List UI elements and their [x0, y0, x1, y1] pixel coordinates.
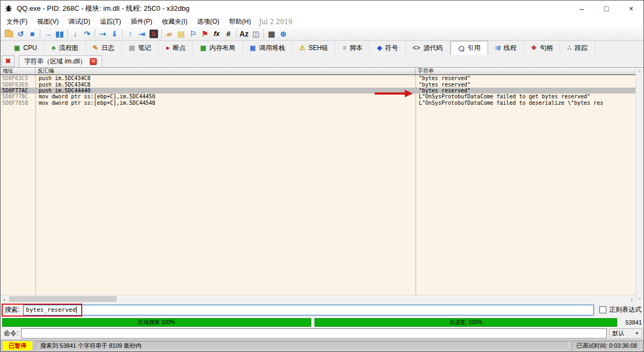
- column-header-disassembly[interactable]: 反汇编: [35, 68, 416, 74]
- step-out-icon[interactable]: ⇓: [109, 28, 120, 39]
- horizontal-scrollbar[interactable]: ‹ ›: [1, 295, 635, 303]
- total-progressbar: 总进度: 100%: [314, 318, 617, 327]
- comment-icon[interactable]: ▤: [175, 28, 187, 39]
- menu-item[interactable]: 插件(P): [126, 17, 157, 27]
- strings-subtab[interactable]: 字符串（区域 im.dll） ×: [19, 55, 102, 67]
- status-bar: 已暂停 搜索到 53841 个字符串于 8109 毫秒内 已调试时间: 0:03…: [1, 340, 643, 351]
- tab-call-stack[interactable]: ▣调用堆栈: [243, 41, 292, 55]
- column-header-address[interactable]: 地址: [1, 68, 35, 74]
- search-input[interactable]: bytes_reserved: [23, 305, 594, 315]
- menu-item[interactable]: 收藏夹(I): [157, 17, 192, 27]
- toolbar-separator: [67, 29, 68, 38]
- stop-icon[interactable]: ■: [26, 28, 38, 39]
- scroll-right-icon[interactable]: ›: [628, 296, 635, 303]
- globe-icon[interactable]: ⊕: [277, 28, 289, 39]
- cell-disassembly: mov dword ptr ss:[ebp+C],im.5DC44548: [35, 100, 416, 106]
- cell-address: 5D8F785B: [1, 100, 35, 106]
- table-row[interactable]: 5D8F63C5push im.5DC434C8"bytes_reserved": [1, 75, 635, 81]
- cell-string: "bytes_reserved": [416, 82, 635, 88]
- script-icon: ≡: [342, 45, 346, 51]
- calculator-icon[interactable]: ▦: [266, 28, 277, 39]
- tab-label: 内存布局: [210, 44, 235, 53]
- tab-label: 跟踪: [575, 44, 588, 53]
- column-header-string[interactable]: 字符串: [416, 68, 635, 74]
- cell-disassembly: push im.5DC434C8: [35, 82, 416, 88]
- scroll-left-icon[interactable]: ‹: [1, 296, 8, 303]
- run-icon[interactable]: →: [42, 28, 54, 39]
- menu-item[interactable]: 调试(D): [63, 17, 95, 27]
- tab-label: 调用堆栈: [259, 44, 285, 53]
- vertical-scrollbar[interactable]: ˄ ˅: [635, 68, 643, 303]
- pause-icon[interactable]: ▮▮: [54, 28, 66, 39]
- strings-subtab-label: 字符串（区域 im.dll）: [24, 57, 86, 66]
- menu-item[interactable]: 追踪(T): [95, 17, 126, 27]
- hash-icon[interactable]: #: [223, 28, 234, 39]
- tab-cpu[interactable]: ▣CPU: [7, 41, 45, 55]
- run-to-user-code-icon[interactable]: ⇥: [136, 28, 148, 39]
- tab-label: 流程图: [59, 44, 78, 53]
- tab-trace[interactable]: ∴跟踪: [560, 41, 595, 55]
- tab-threads[interactable]: ⇉线程: [488, 41, 524, 55]
- tab-memory-map[interactable]: ▦内存布局: [193, 41, 242, 55]
- tab-seh[interactable]: ⚠SEH链: [292, 41, 335, 55]
- tab-bar: ▣CPU♣流程图✎日志▤笔记●断点▦内存布局▣调用堆栈⚠SEH链≡脚本◆符号<>…: [1, 41, 643, 55]
- scroll-down-icon[interactable]: ˅: [638, 296, 641, 301]
- close-all-tabs-button[interactable]: ✖: [2, 55, 15, 67]
- menu-bar: 文件(F)视图(V)调试(D)追踪(T)插件(P)收藏夹(I)选项(O)帮助(H…: [1, 17, 643, 27]
- handles-icon: ❖: [531, 45, 537, 51]
- search-row: 搜索: bytes_reserved 正则表达式: [1, 303, 643, 317]
- tab-label: 句柄: [540, 44, 553, 53]
- chevron-down-icon: ▼: [635, 331, 639, 336]
- command-input[interactable]: [21, 328, 607, 339]
- open-folder-icon[interactable]: [3, 28, 15, 39]
- cell-address: 5D8F63E8: [1, 82, 35, 88]
- menu-item[interactable]: 视图(V): [32, 17, 63, 27]
- column-divider: [416, 75, 416, 295]
- regex-label: 正则表达式: [609, 305, 641, 314]
- tab-graph[interactable]: ♣流程图: [45, 41, 86, 55]
- close-button[interactable]: ×: [619, 1, 643, 17]
- tab-breakpoints[interactable]: ●断点: [159, 41, 193, 55]
- detach-icon[interactable]: ◫: [250, 28, 262, 39]
- source-code-icon: <>: [413, 45, 420, 51]
- menu-item[interactable]: 文件(F): [2, 17, 32, 27]
- menu-item[interactable]: 帮助(H): [224, 17, 256, 27]
- ascii-table-icon[interactable]: Az: [238, 28, 250, 39]
- execute-till-return-icon[interactable]: ↑: [124, 28, 136, 39]
- trace-into-icon[interactable]: ⇢: [97, 28, 109, 39]
- patch-icon[interactable]: ▰: [163, 28, 175, 39]
- step-into-icon[interactable]: ↓: [69, 28, 81, 39]
- scylla-icon[interactable]: S: [148, 28, 160, 39]
- subtab-close-icon[interactable]: ×: [90, 58, 97, 65]
- memory-ram-icon: ▦: [200, 45, 206, 51]
- bookmark-icon[interactable]: ⚑: [199, 28, 211, 39]
- bug-app-icon: [1, 4, 17, 13]
- label-icon[interactable]: ⚐: [187, 28, 199, 39]
- tab-script[interactable]: ≡脚本: [335, 41, 370, 55]
- function-icon[interactable]: fx: [211, 28, 223, 39]
- step-over-icon[interactable]: ↷: [81, 28, 93, 39]
- command-profile-select[interactable]: 默认 ▼: [609, 328, 642, 339]
- toolbar-separator: [263, 29, 264, 38]
- regex-checkbox[interactable]: [599, 306, 606, 313]
- tab-source[interactable]: <>源代码: [406, 41, 450, 55]
- tab-notes[interactable]: ▤笔记: [122, 41, 159, 55]
- tab-symbols[interactable]: ◆符号: [370, 41, 405, 55]
- cell-string: L"OnSysProtobufDataCome failed to deseri…: [416, 100, 635, 106]
- text-caret: [76, 306, 77, 313]
- minimize-button[interactable]: –: [569, 1, 594, 17]
- tab-references[interactable]: 引用: [450, 41, 488, 55]
- tab-label: 符号: [385, 44, 398, 53]
- table-row[interactable]: 5D8F785Bmov dword ptr ss:[ebp+C],im.5DC4…: [1, 100, 635, 106]
- horizontal-scrollbar-thumb[interactable]: [9, 296, 117, 302]
- restart-icon[interactable]: ↺: [15, 28, 26, 39]
- scroll-up-icon[interactable]: ˄: [638, 69, 641, 74]
- tab-log[interactable]: ✎日志: [86, 41, 122, 55]
- maximize-button[interactable]: □: [594, 1, 619, 17]
- magnifier-icon: [458, 45, 464, 52]
- tab-handles[interactable]: ❖句柄: [524, 41, 561, 55]
- table-row[interactable]: 5D8F77ACpush im.5DC44440"bytes_reserved": [1, 88, 635, 94]
- table-row[interactable]: 5D8F63E8push im.5DC434C8"bytes_reserved": [1, 81, 635, 87]
- menu-item[interactable]: 选项(O): [192, 17, 224, 27]
- table-row[interactable]: 5D8F77BCmov dword ptr ss:[ebp+C],im.5DC4…: [1, 94, 635, 99]
